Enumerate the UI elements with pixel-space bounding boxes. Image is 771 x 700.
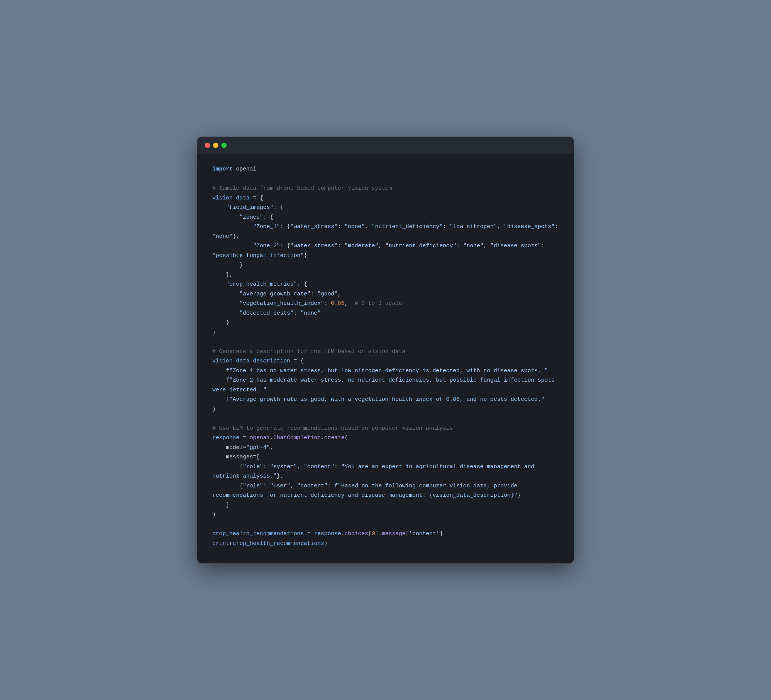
line-zone1: "Zone_1": {"water_stress": "none", "nutr… <box>212 222 559 232</box>
line-1: import openai <box>212 164 559 174</box>
line-response: response = openai.ChatCompletion.create( <box>212 433 559 443</box>
line-messages: messages=[ <box>212 452 559 462</box>
minimize-button[interactable] <box>213 143 218 148</box>
line-crop-health: "crop_health_metrics": { <box>212 279 559 289</box>
line-close-create: ) <box>212 510 559 520</box>
line-close-messages: ] <box>212 500 559 510</box>
line-fstr1: f"Zone 1 has no water stress, but low ni… <box>212 366 559 376</box>
blank-4 <box>212 520 559 529</box>
line-detected-pests: "detected_pests": "none" <box>212 309 559 318</box>
line-vdd: vision_data_description = ( <box>212 356 559 366</box>
line-print: print(crop_health_recommendations) <box>212 539 559 549</box>
line-sys-msg: {"role": "system", "content": "You are a… <box>212 462 559 472</box>
line-close-field: }, <box>212 270 559 280</box>
close-button[interactable] <box>205 143 210 148</box>
line-zones: "zones": { <box>212 213 559 223</box>
line-fstr2: f"Zone 2 has moderate water stress, no n… <box>212 375 559 385</box>
line-user-msg-cont: recommendations for nutrient deficiency … <box>212 491 559 500</box>
title-bar <box>197 136 574 154</box>
line-zone2-cont: "possible fungal infection"} <box>212 251 559 261</box>
code-editor-window: import openai # Sample data from drone-b… <box>197 136 574 564</box>
line-field-images: "field_images": { <box>212 203 559 213</box>
line-close-vdd: ) <box>212 404 559 414</box>
line-veg-health: "vegetation_health_index": 0.85, # 0 to … <box>212 299 559 309</box>
line-close-zones: } <box>212 260 559 270</box>
blank-1 <box>212 174 559 184</box>
line-zone1-cont: "none"}, <box>212 232 559 242</box>
line-close-vision: } <box>212 328 559 338</box>
blank-2 <box>212 337 559 347</box>
line-fstr2-cont: were detected. " <box>212 385 559 395</box>
line-model: model="gpt-4", <box>212 443 559 453</box>
line-avg-growth: "average_growth_rate": "good", <box>212 289 559 299</box>
code-content: import openai # Sample data from drone-b… <box>197 154 574 564</box>
line-user-msg: {"role": "user", "content": f"Based on t… <box>212 481 559 491</box>
line-comment-2: # Generate a description for the LLM bas… <box>212 347 559 357</box>
line-close-crop: } <box>212 318 559 328</box>
line-sys-msg-cont: nutrient analysis."}, <box>212 471 559 481</box>
line-fstr3: f"Average growth rate is good, with a ve… <box>212 395 559 404</box>
blank-3 <box>212 414 559 424</box>
line-vision-data: vision_data = { <box>212 193 559 203</box>
maximize-button[interactable] <box>221 143 227 148</box>
line-chr: crop_health_recommendations = response.c… <box>212 529 559 539</box>
line-zone2: "Zone_2": {"water_stress": "moderate", "… <box>212 241 559 251</box>
line-comment-3: # Use LLM to generate recommendations ba… <box>212 424 559 434</box>
line-comment-1: # Sample data from drone-based computer … <box>212 184 559 193</box>
